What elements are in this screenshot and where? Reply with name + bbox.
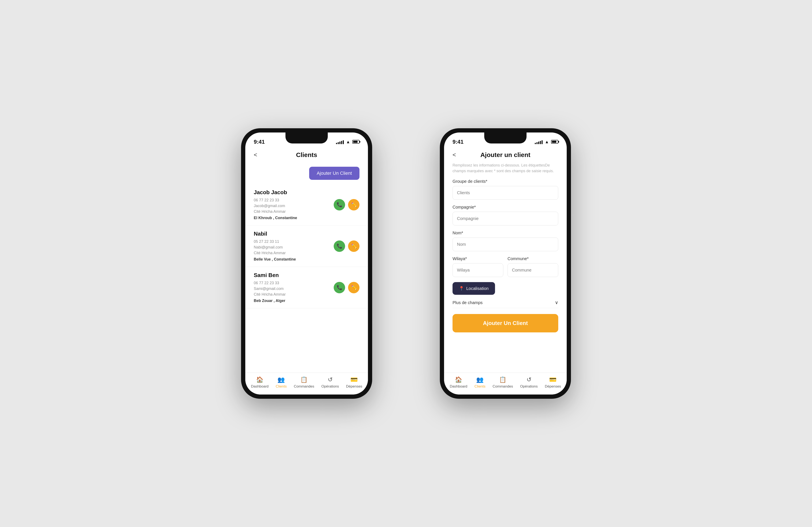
nav-label-depenses-2: Dépenses — [545, 385, 561, 389]
screen-header-1: < Clients — [245, 147, 368, 163]
client-email-1: Nabi@gmail.com — [254, 244, 334, 250]
nav-depenses-1[interactable]: 💳 Dépenses — [346, 376, 362, 389]
client-location-1: Belle Vue , Constantine — [254, 257, 334, 261]
call-button-0[interactable]: 📞 — [334, 199, 345, 210]
screen-header-2: < Ajouter un client — [444, 147, 567, 163]
nav-label-commandes-2: Commandes — [493, 385, 513, 389]
client-name-2: Sami Ben — [254, 272, 334, 278]
input-compagnie[interactable] — [452, 212, 558, 225]
commandes-icon-1: 📋 — [300, 376, 308, 383]
nav-label-operations-1: Opérations — [321, 385, 339, 389]
phone-clients: 9:41 ▲ — [241, 128, 372, 399]
client-location-2: Beb Zouar , Alger — [254, 299, 334, 303]
edit-button-2[interactable]: ✏️ — [348, 282, 360, 293]
client-card-2: Sami Ben 06 77 22 23 33 Sami@gmail.com C… — [245, 267, 368, 308]
home-icon-1: 🏠 — [256, 376, 263, 383]
phone-add-client-screen: 9:41 ▲ — [444, 133, 567, 394]
nav-label-dashboard-2: Dashboard — [450, 385, 467, 389]
clients-list-body: Ajouter Un Client Jacob Jacob 06 77 22 2… — [245, 163, 368, 373]
localisation-label: Localisation — [466, 286, 489, 291]
label-nom: Nom* — [452, 230, 558, 236]
call-button-1[interactable]: 📞 — [334, 240, 345, 252]
nav-operations-2[interactable]: ↺ Opérations — [520, 376, 538, 389]
localisation-button[interactable]: 📍 Localisation — [452, 282, 495, 295]
client-phone-0: 06 77 22 23 33 — [254, 197, 334, 203]
nav-label-depenses-1: Dépenses — [346, 385, 362, 389]
label-groupe: Groupe de clients* — [452, 179, 558, 184]
form-subtitle: Remplissez les informations ci-dessous. … — [452, 163, 558, 174]
client-phone-1: 05 27 22 33 11 — [254, 239, 334, 244]
screen-title-2: Ajouter un client — [480, 151, 531, 159]
nav-depenses-2[interactable]: 💳 Dépenses — [545, 376, 561, 389]
nav-dashboard-2[interactable]: 🏠 Dashboard — [450, 376, 467, 389]
label-wilaya: Wilaya* — [452, 256, 503, 261]
client-address-0: Cité Hricha Ammar — [254, 209, 334, 214]
client-card-0: Jacob Jacob 06 77 22 23 33 Jacob@gmail.c… — [245, 184, 368, 225]
client-email-0: Jacob@gmail.com — [254, 203, 334, 209]
nav-clients-2[interactable]: 👥 Clients — [475, 376, 485, 389]
form-group-groupe: Groupe de clients* — [452, 179, 558, 200]
add-btn-row: Ajouter Un Client — [245, 165, 368, 184]
edit-button-0[interactable]: ✏️ — [348, 199, 360, 210]
nav-label-clients-2: Clients — [475, 385, 485, 389]
status-time-1: 9:41 — [254, 139, 265, 145]
status-icons-1: ▲ — [336, 139, 360, 144]
submit-add-client-button[interactable]: Ajouter Un Client — [452, 314, 558, 332]
edit-button-1[interactable]: ✏️ — [348, 240, 360, 252]
more-fields-row[interactable]: Plus de champs ∨ — [452, 300, 558, 308]
nav-label-clients-1: Clients — [276, 385, 287, 389]
notch — [286, 133, 328, 144]
client-info-1: Nabil 05 27 22 33 11 Nabi@gmail.com Cité… — [254, 230, 334, 261]
client-address-2: Cité Hricha Ammar — [254, 291, 334, 297]
commandes-icon-2: 📋 — [499, 376, 506, 383]
battery-icon-1 — [352, 140, 360, 144]
operations-icon-2: ↺ — [526, 376, 532, 383]
status-icons-2: ▲ — [535, 139, 558, 144]
call-button-2[interactable]: 📞 — [334, 282, 345, 293]
back-button-1[interactable]: < — [254, 151, 257, 158]
clients-icon-2: 👥 — [476, 376, 483, 383]
client-actions-0: 📞 ✏️ — [334, 199, 360, 210]
battery-icon-2 — [551, 140, 558, 144]
screen-content-1: < Clients Ajouter Un Client Jacob Jacob … — [245, 147, 368, 394]
label-commune: Commune* — [508, 256, 558, 261]
notch-2 — [484, 133, 526, 144]
wifi-icon-1: ▲ — [346, 139, 350, 144]
depenses-icon-1: 💳 — [350, 376, 358, 383]
nav-dashboard-1[interactable]: 🏠 Dashboard — [251, 376, 269, 389]
more-fields-label: Plus de champs — [452, 300, 482, 305]
bottom-nav-2: 🏠 Dashboard 👥 Clients 📋 Commandes ↺ Opér… — [444, 373, 567, 394]
client-info-2: Sami Ben 06 77 22 23 33 Sami@gmail.com C… — [254, 272, 334, 303]
form-group-wilaya: Wilaya* — [452, 256, 503, 277]
operations-icon-1: ↺ — [328, 376, 333, 383]
client-actions-2: 📞 ✏️ — [334, 282, 360, 293]
input-groupe[interactable] — [452, 186, 558, 200]
client-info-0: Jacob Jacob 06 77 22 23 33 Jacob@gmail.c… — [254, 189, 334, 220]
screen-content-2: < Ajouter un client Remplissez les infor… — [444, 147, 567, 394]
client-location-0: El Khroub , Constantine — [254, 216, 334, 220]
signal-icon-1 — [336, 139, 344, 144]
form-group-nom: Nom* — [452, 230, 558, 251]
input-commune[interactable] — [508, 263, 558, 277]
client-address-1: Cité Hricha Ammar — [254, 250, 334, 256]
client-actions-1: 📞 ✏️ — [334, 240, 360, 252]
back-button-2[interactable]: < — [452, 151, 456, 158]
bottom-nav-1: 🏠 Dashboard 👥 Clients 📋 Commandes ↺ Opér… — [245, 373, 368, 394]
phone-clients-screen: 9:41 ▲ — [245, 133, 368, 394]
wifi-icon-2: ▲ — [545, 139, 549, 144]
client-name-1: Nabil — [254, 230, 334, 237]
form-group-commune: Commune* — [508, 256, 558, 277]
screen-title-1: Clients — [296, 151, 317, 159]
add-client-button[interactable]: Ajouter Un Client — [309, 167, 360, 180]
nav-clients-1[interactable]: 👥 Clients — [276, 376, 287, 389]
nav-commandes-1[interactable]: 📋 Commandes — [294, 376, 314, 389]
nav-label-dashboard-1: Dashboard — [251, 385, 269, 389]
input-nom[interactable] — [452, 238, 558, 251]
nav-label-commandes-1: Commandes — [294, 385, 314, 389]
depenses-icon-2: 💳 — [549, 376, 556, 383]
clients-icon-1: 👥 — [277, 376, 285, 383]
nav-commandes-2[interactable]: 📋 Commandes — [493, 376, 513, 389]
nav-operations-1[interactable]: ↺ Opérations — [321, 376, 339, 389]
input-wilaya[interactable] — [452, 263, 503, 277]
form-row-location: Wilaya* Commune* — [452, 256, 558, 282]
